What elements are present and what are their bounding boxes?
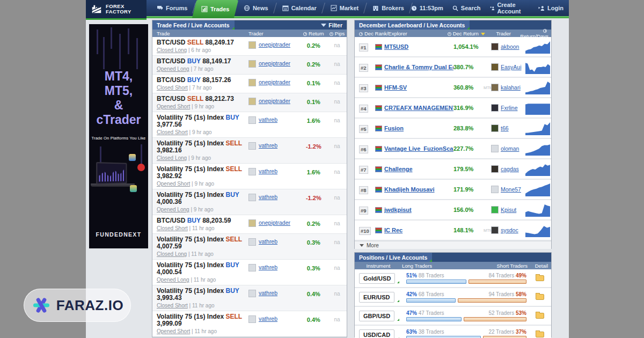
col-pips[interactable]: Pips [327, 31, 347, 36]
trader-link[interactable]: EasyAui [501, 64, 522, 70]
instrument-button[interactable]: USD/CAD [359, 329, 394, 338]
trader-link[interactable]: onepiptrader [259, 98, 290, 104]
col-return[interactable]: Return [299, 31, 327, 36]
trade-return: 0.2% [299, 217, 327, 231]
explorer-name-link[interactable]: Khadijeh Mousavi [384, 186, 453, 193]
filter-button[interactable]: Filter [321, 22, 347, 28]
trade-explorer-icon[interactable] [375, 44, 382, 50]
trader-link[interactable]: cagdas [501, 166, 519, 172]
avatar [248, 194, 256, 201]
folder-icon[interactable] [536, 275, 544, 281]
col-long-traders[interactable]: Long Traders [402, 263, 496, 269]
trade-status-link[interactable]: Closed Short [157, 303, 188, 308]
tab-calendar[interactable]: Calendar [275, 0, 324, 16]
trade-explorer-icon[interactable] [375, 207, 382, 213]
explorer-name-link[interactable]: HFM-SV [384, 84, 453, 91]
trade-explorer-icon[interactable] [375, 227, 382, 233]
trade-explorer-icon[interactable] [375, 187, 382, 193]
trader-link[interactable]: onepiptrader [259, 219, 290, 226]
trade-status-link[interactable]: Opened Short [157, 328, 190, 334]
avatar [248, 168, 256, 175]
col-dec-rank[interactable]: Dec Rank/Explorer [355, 31, 448, 36]
folder-icon[interactable] [536, 294, 544, 300]
trader-link[interactable]: vathreb [259, 238, 277, 245]
instrument-button[interactable]: EUR/USD [359, 292, 394, 303]
col-trader[interactable]: Trader [248, 31, 299, 36]
trader-link[interactable]: vathreb [259, 290, 277, 296]
trader-link[interactable]: vathreb [259, 315, 277, 322]
nav-time[interactable]: 11:53pm [411, 5, 443, 11]
trade-explorer-icon[interactable] [375, 146, 382, 152]
tab-trades[interactable]: Trades [192, 0, 239, 18]
folder-icon[interactable] [536, 313, 544, 319]
trader-link[interactable]: Mone57 [501, 186, 521, 193]
trade-explorer-icon[interactable] [375, 85, 382, 91]
tab-brokers[interactable]: Brokers [365, 0, 411, 16]
trade-status-link[interactable]: Closed Short [157, 129, 188, 135]
explorer-name-link[interactable]: Charlie & Tommy Dual Edg [384, 64, 453, 70]
trader-cell: sysdoc [491, 226, 525, 234]
trade-explorer-icon[interactable] [375, 126, 382, 131]
col-short-traders[interactable]: Short Traders [496, 263, 528, 269]
trade-status-link[interactable]: Opened Long [157, 66, 189, 72]
trade-explorer-icon[interactable] [375, 105, 382, 111]
trader-link[interactable]: Kpisut [501, 207, 516, 213]
trade-status-link[interactable]: Opened Long [157, 207, 189, 212]
fundednext-ad-banner[interactable]: MT4, MT5, & cTrader Trade On Platforms Y… [89, 24, 148, 248]
trader-link[interactable]: akboon [501, 43, 519, 50]
trader-link[interactable]: vathreb [259, 168, 277, 174]
trade-status-link[interactable]: Opened Short [157, 104, 190, 109]
positions-title[interactable]: Positions / Live Accounts [355, 253, 432, 262]
trade-explorer-icon[interactable] [375, 64, 382, 70]
trade-status-link[interactable]: Closed Short [157, 225, 188, 231]
trader-link[interactable]: vathreb [259, 116, 277, 123]
long-short-bars: 63% 38 Traders 22 Traders 37% [406, 329, 526, 338]
trader-link[interactable]: vathreb [259, 194, 277, 200]
col-trade[interactable]: Trade [152, 31, 248, 36]
trader-link[interactable]: vathreb [259, 264, 277, 270]
trade-status-link[interactable]: Closed Short [157, 85, 188, 91]
explorer-name-link[interactable]: jwdkpisut [384, 207, 453, 213]
nav-create-account[interactable]: Create Account [490, 2, 530, 14]
trade-status-link[interactable]: Closed Long [157, 47, 187, 53]
trader-link[interactable]: onepiptrader [259, 60, 290, 67]
trader-link[interactable]: t66 [501, 125, 509, 131]
col-return-days[interactable]: Return/Days [520, 27, 551, 39]
explorer-name-link[interactable]: Fusion [384, 125, 453, 131]
explorer-name-link[interactable]: Challenge [384, 166, 453, 172]
nav-search[interactable]: Search [452, 5, 481, 11]
trade-status-link[interactable]: Opened Short [157, 181, 190, 187]
trader-link[interactable]: vathreb [259, 142, 277, 149]
instrument-button[interactable]: Gold/USD [359, 273, 395, 284]
leaderboard-more-button[interactable]: More [355, 241, 551, 249]
explorer-name-link[interactable]: Vantage Live_FuzionScalpi [384, 145, 453, 152]
explorer-name-link[interactable]: IC Rec [384, 227, 453, 233]
explorer-name-link[interactable]: CR7EAFX MANAGEMENT [384, 105, 453, 111]
folder-icon[interactable] [536, 332, 544, 337]
trade-feed-title[interactable]: Trade Feed / Live Accounts [152, 20, 235, 30]
positions-panel: Positions / Live Accounts Instrument Lon… [354, 252, 552, 337]
trade-status-link[interactable]: Closed Long [157, 155, 187, 161]
forex-factory-logo[interactable]: FOREX FACTORY [86, 0, 147, 20]
tab-market[interactable]: Market [324, 0, 365, 16]
instrument-button[interactable]: GBP/USD [359, 311, 394, 321]
trader-link[interactable]: onepiptrader [259, 41, 290, 48]
trade-explorer-icon[interactable] [375, 166, 382, 172]
col-lb-trader[interactable]: Trader [487, 31, 520, 36]
nav-login[interactable]: Login [538, 5, 564, 11]
col-instrument[interactable]: Instrument [355, 263, 402, 269]
col-dec-return[interactable]: Dec Return [448, 31, 487, 36]
leaderboard-title[interactable]: December Leaderboard / Live Accounts [355, 20, 470, 30]
trader-link[interactable]: Fxrline [501, 105, 518, 111]
trade-status-link[interactable]: Closed Long [157, 251, 187, 257]
explorer-name-link[interactable]: MT5USD [384, 43, 453, 50]
col-detail[interactable]: Detail [528, 263, 551, 269]
tab-forums[interactable]: Forums [150, 0, 194, 16]
trader-link[interactable]: onepiptrader [259, 79, 290, 85]
trade-price: 3,977.56 [157, 121, 182, 128]
trader-link[interactable]: oloman [501, 145, 519, 152]
trade-status-link[interactable]: Opened Long [157, 277, 189, 283]
tab-news[interactable]: News [237, 0, 275, 16]
trader-link[interactable]: sysdoc [501, 227, 518, 233]
trader-link[interactable]: kalahari [501, 84, 521, 91]
